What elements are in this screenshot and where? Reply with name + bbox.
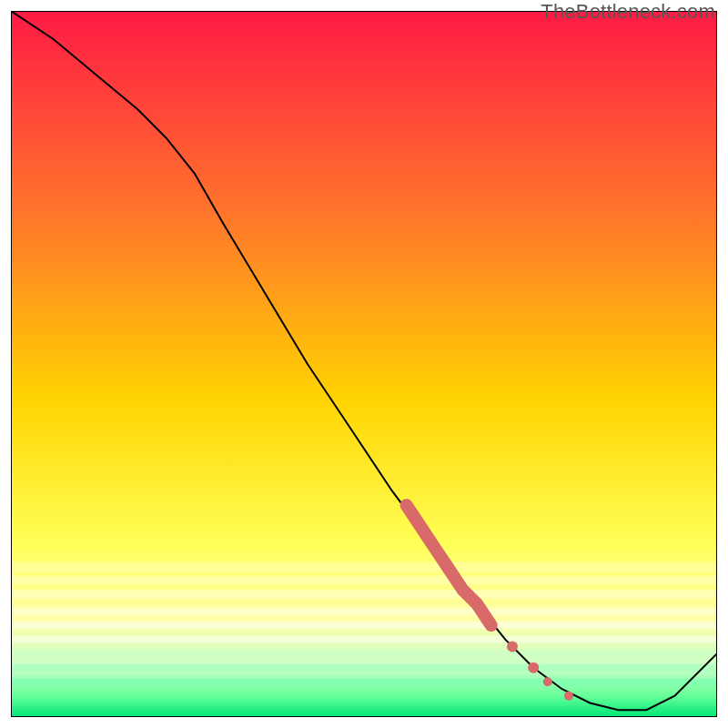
lightness-band xyxy=(11,622,717,629)
plot-area xyxy=(11,11,717,717)
marker-dot xyxy=(528,662,539,673)
marker-dot xyxy=(507,641,518,652)
lightness-band xyxy=(11,590,717,598)
lightness-band xyxy=(11,650,717,657)
lightness-band xyxy=(11,636,717,643)
lightness-band xyxy=(11,608,717,615)
marker-dot xyxy=(486,620,497,631)
lightness-band xyxy=(11,664,717,672)
lightness-band xyxy=(11,678,717,685)
marker-dot xyxy=(543,677,552,686)
chart-container: TheBottleneck.com xyxy=(0,0,728,728)
marker-dot xyxy=(564,692,573,701)
lightness-band xyxy=(11,576,717,584)
watermark-label: TheBottleneck.com xyxy=(541,0,715,24)
lightness-band xyxy=(11,561,717,572)
lightness-bands xyxy=(11,561,717,685)
chart-svg xyxy=(11,11,717,717)
